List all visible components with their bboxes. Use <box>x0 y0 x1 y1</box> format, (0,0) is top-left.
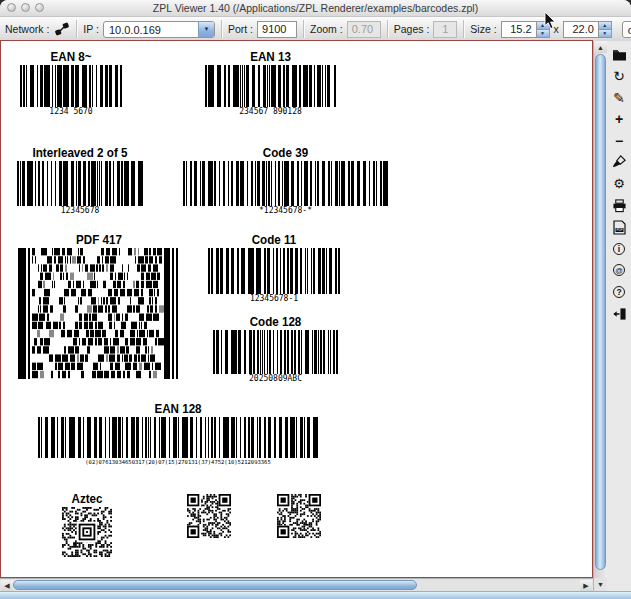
titlebar: ZPL Viewer 1.40 (/Applications/ZPL Rende… <box>0 0 631 17</box>
unit-select[interactable]: cm ▼ <box>622 21 631 38</box>
gear-icon: ⚙ <box>613 177 625 191</box>
toolbar-separator <box>387 20 388 38</box>
barcode-code128: Code 12820250809ABC <box>213 315 338 384</box>
ip-dropdown-arrow-icon[interactable]: ▼ <box>198 22 214 37</box>
toolbar-separator <box>303 20 304 38</box>
network-label: Network : <box>5 23 49 35</box>
exit-door-icon <box>612 307 627 321</box>
size-width-input[interactable]: 15.2 <box>501 21 537 38</box>
barcode-graphic-pdf417 <box>18 248 180 379</box>
barcode-title: Code 128 <box>217 315 333 330</box>
brush-icon <box>612 155 626 169</box>
print-button[interactable] <box>611 198 628 213</box>
barcode-interleaved-2of5: Interleaved 2 of 512345678 <box>17 146 143 216</box>
size-separator: x <box>554 23 559 35</box>
zoom-input: 0.70 <box>347 21 381 38</box>
scroll-right-arrow-icon[interactable]: ▶ <box>580 580 592 591</box>
svg-text:PDF: PDF <box>616 228 622 232</box>
barcode-graphic-linear <box>20 65 122 107</box>
preview-viewport: EAN 8~1234 5670EAN 13234567 890128Interl… <box>0 40 593 578</box>
barcode-aztec: Aztec <box>62 492 112 558</box>
barcode-graphic-aztec <box>62 507 112 558</box>
size-width-down-icon[interactable]: ▼ <box>537 30 549 37</box>
barcode-text: *12345678-* <box>183 206 388 216</box>
size-height-down-icon[interactable]: ▼ <box>599 30 611 37</box>
barcode-title: Interleaved 2 of 5 <box>21 146 138 161</box>
barcode-graphic-qr <box>277 494 321 538</box>
barcode-text: 20250809ABC <box>213 374 338 384</box>
horizontal-scrollbar-thumb[interactable] <box>13 580 417 590</box>
barcode-code11: Code 1112345678-1 <box>208 233 340 304</box>
export-pdf-button[interactable]: PDF <box>611 220 628 235</box>
barcode-graphic-linear <box>213 330 338 374</box>
at-circle-icon: @ <box>613 264 625 276</box>
barcode-graphic-linear <box>17 161 143 206</box>
size-height-stepper[interactable]: 22.0 ▲ ▼ <box>563 21 612 38</box>
toolbar-separator <box>221 20 222 38</box>
open-file-button[interactable] <box>611 47 628 62</box>
reload-button[interactable]: ↻ <box>611 69 628 84</box>
edit-button[interactable]: ✎ <box>611 90 628 105</box>
size-height-input[interactable]: 22.0 <box>563 21 599 38</box>
vertical-scrollbar[interactable]: ▲ <box>593 41 607 578</box>
quit-button[interactable] <box>611 306 628 321</box>
port-input[interactable]: 9100 <box>257 21 297 38</box>
size-width-stepper[interactable]: 15.2 ▲ ▼ <box>501 21 550 38</box>
refresh-icon: ↻ <box>613 69 625 83</box>
barcode-title: PDF 417 <box>24 233 175 248</box>
zoom-in-button[interactable]: + <box>611 112 628 127</box>
info-icon: i <box>613 243 625 255</box>
pages-label: Pages : <box>394 23 430 35</box>
barcode-text: 1234 5670 <box>20 107 122 117</box>
scroll-left-arrow-icon[interactable]: ◀ <box>1 580 13 591</box>
window-bottom-bar <box>0 591 631 599</box>
barcode-graphic-linear <box>205 65 336 107</box>
size-height-up-icon[interactable]: ▲ <box>599 22 611 30</box>
barcode-title: EAN 8~ <box>24 50 119 65</box>
barcode-text: (02)07613034650317(20)07(15)270131(37)47… <box>38 458 318 466</box>
pdf-document-icon: PDF <box>613 220 626 235</box>
clear-button[interactable] <box>611 155 628 170</box>
help-button[interactable]: ? <box>611 285 628 300</box>
zoom-label: Zoom : <box>310 23 343 35</box>
barcode-ean8: EAN 8~1234 5670 <box>20 50 122 117</box>
barcode-graphic-linear <box>38 417 318 458</box>
ip-value: 10.0.0.169 <box>104 22 198 37</box>
barcode-title: EAN 128 <box>48 402 308 417</box>
window-title: ZPL Viewer 1.40 (/Applications/ZPL Rende… <box>0 2 631 14</box>
label-canvas: EAN 8~1234 5670EAN 13234567 890128Interl… <box>1 41 592 577</box>
zpl-viewer-window: ZPL Viewer 1.40 (/Applications/ZPL Rende… <box>0 0 631 599</box>
barcode-text: 12345678-1 <box>208 294 340 304</box>
minus-icon: − <box>615 134 623 148</box>
zoom-out-button[interactable]: − <box>611 133 628 148</box>
barcode-graphic-linear <box>183 161 388 206</box>
vertical-scrollbar-thumb[interactable] <box>595 54 606 570</box>
toolbar-separator <box>76 20 77 38</box>
ip-select[interactable]: 10.0.0.169 ▼ <box>103 21 215 38</box>
barcode-text: 12345678 <box>17 206 143 216</box>
ip-label: IP : <box>83 23 99 35</box>
port-label: Port : <box>228 23 253 35</box>
scroll-down-arrow-icon[interactable]: ▼ <box>593 578 607 591</box>
pencil-icon: ✎ <box>613 91 625 105</box>
pages-input: 1 <box>433 21 457 38</box>
tool-sidebar: ↻ ✎ + − ⚙ PDF i @ ? <box>607 41 631 591</box>
scroll-up-arrow-icon[interactable]: ▲ <box>594 41 607 53</box>
barcode-title: Code 11 <box>213 233 336 248</box>
network-connector-icon[interactable] <box>54 21 70 37</box>
plus-icon: + <box>615 112 623 126</box>
settings-button[interactable]: ⚙ <box>611 177 628 192</box>
barcode-graphic-linear <box>208 248 340 294</box>
barcode-ean13: EAN 13234567 890128 <box>205 50 336 117</box>
size-width-up-icon[interactable]: ▲ <box>537 22 549 30</box>
barcode-title: EAN 13 <box>210 50 332 65</box>
barcode-code39: Code 39*12345678-* <box>183 146 388 216</box>
unit-value: cm <box>623 22 631 37</box>
barcode-qr-2 <box>277 494 321 538</box>
barcode-pdf417: PDF 417 <box>18 233 180 379</box>
horizontal-scrollbar[interactable]: ◀ ▶ <box>0 578 593 591</box>
info-button[interactable]: i <box>611 241 628 256</box>
toolbar-separator <box>463 20 464 38</box>
barcode-title: Aztec <box>64 492 111 507</box>
website-button[interactable]: @ <box>611 263 628 278</box>
